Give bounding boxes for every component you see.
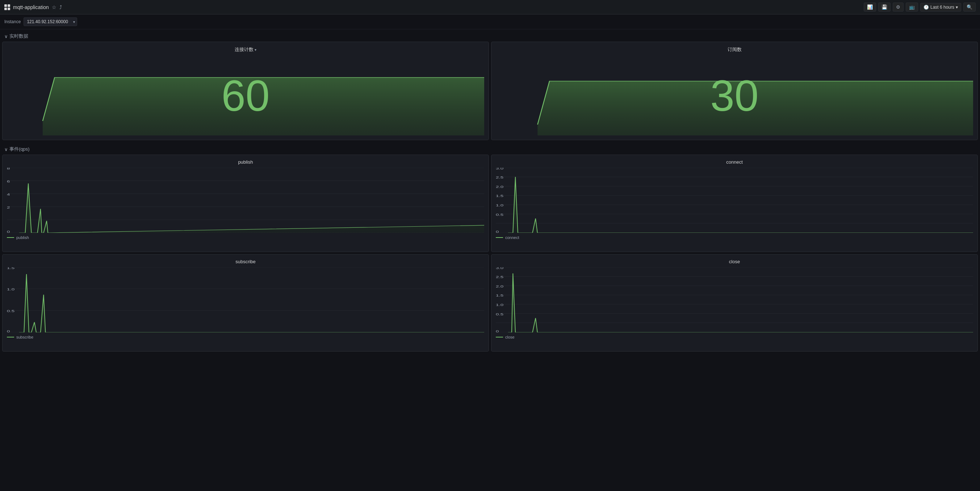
connect-panel: connect 3.0 2.5 2.0	[491, 155, 978, 252]
settings-button[interactable]: ⚙	[893, 3, 904, 11]
publish-legend-label: publish	[16, 235, 29, 240]
subscriptions-panel-title: 订阅数	[496, 46, 973, 53]
time-picker[interactable]: 🕐 Last 6 hours ▾	[920, 3, 961, 11]
svg-text:21:30: 21:30	[899, 232, 911, 233]
svg-text:19:00: 19:00	[211, 332, 223, 332]
svg-text:17:00: 17:00	[540, 332, 553, 332]
events-section-header[interactable]: ∨ 事件(qps)	[0, 142, 980, 155]
svg-text:6: 6	[7, 180, 10, 183]
connect-legend-label: connect	[505, 235, 519, 240]
svg-text:1.0: 1.0	[7, 288, 14, 291]
close-legend: close	[496, 335, 973, 339]
svg-text:17:30: 17:30	[580, 332, 592, 332]
instance-label: Instance	[4, 19, 21, 24]
svg-text:17:30: 17:30	[580, 232, 592, 233]
close-chart-svg: 3.0 2.5 2.0 1.5 1.0 0.5 0 16:30 17:00 17…	[496, 267, 973, 332]
subscriptions-value: 30	[710, 74, 758, 117]
svg-text:0: 0	[496, 329, 499, 332]
svg-text:20:00: 20:00	[779, 332, 791, 332]
subscribe-panel: subscribe 1.5 1.0 0.5 0	[2, 254, 489, 351]
realtime-section-title: 实时数据	[10, 33, 28, 40]
svg-text:18:30: 18:30	[171, 332, 183, 332]
publish-title: publish	[7, 159, 484, 165]
svg-text:19:00: 19:00	[211, 232, 223, 233]
time-picker-label: Last 6 hours	[931, 5, 954, 10]
svg-text:18:00: 18:00	[620, 332, 632, 332]
svg-text:3.0: 3.0	[496, 168, 503, 170]
close-legend-label: close	[505, 335, 515, 339]
subscribe-chart-svg: 1.5 1.0 0.5 0 16:30 17:00 17:30 18:00 18…	[7, 267, 484, 332]
close-legend-line	[496, 337, 503, 337]
collapse-icon: ∨	[4, 34, 8, 39]
svg-text:21:30: 21:30	[899, 332, 911, 332]
svg-text:18:00: 18:00	[131, 232, 143, 233]
topbar-right: 📊 💾 ⚙ 📺 🕐 Last 6 hours ▾ 🔍	[864, 3, 976, 11]
zoom-icon: 🔍	[967, 4, 972, 10]
instance-select[interactable]: 121.40.92.152:60000	[24, 17, 77, 26]
zoom-button[interactable]: 🔍	[963, 3, 976, 11]
svg-text:16:30: 16:30	[18, 332, 30, 332]
publish-chart-svg: 8 6 4 2 0 16:30 17:00 17:30 18:00 18:30 …	[7, 168, 484, 233]
svg-text:0.5: 0.5	[7, 309, 14, 313]
svg-text:21:00: 21:00	[859, 332, 871, 332]
connect-legend-line	[496, 237, 503, 238]
star-icon[interactable]: ☆	[52, 4, 57, 10]
events-panels-row2: subscribe 1.5 1.0 0.5 0	[0, 254, 980, 354]
grid-icon	[4, 4, 10, 10]
tv-icon: 📺	[909, 4, 915, 10]
svg-marker-13	[19, 184, 484, 233]
filterbar: Instance 121.40.92.152:60000	[0, 14, 980, 29]
publish-legend: publish	[7, 235, 484, 240]
close-panel: close 3.0 2.5 2.0	[491, 254, 978, 351]
svg-text:8: 8	[7, 168, 10, 170]
topbar-left: mqtt-application ☆ ⤴	[4, 4, 860, 10]
save-button[interactable]: 💾	[878, 3, 891, 11]
save-icon: 💾	[881, 4, 887, 10]
svg-text:0.5: 0.5	[496, 313, 503, 316]
svg-text:2.5: 2.5	[496, 276, 503, 279]
svg-text:1.5: 1.5	[7, 267, 14, 270]
svg-text:2.5: 2.5	[496, 176, 503, 180]
svg-text:1.0: 1.0	[496, 303, 503, 307]
share-icon[interactable]: ⤴	[59, 4, 62, 10]
instance-select-wrap[interactable]: 121.40.92.152:60000	[24, 17, 77, 26]
svg-text:17:00: 17:00	[51, 232, 64, 233]
svg-text:18:30: 18:30	[171, 232, 183, 233]
realtime-section-header[interactable]: ∨ 实时数据	[0, 29, 980, 41]
svg-text:0: 0	[7, 329, 10, 332]
svg-text:20:30: 20:30	[330, 232, 342, 233]
svg-text:20:30: 20:30	[819, 232, 831, 233]
svg-marker-62	[19, 274, 484, 332]
svg-text:16:30: 16:30	[507, 232, 519, 233]
svg-text:18:30: 18:30	[660, 232, 672, 233]
events-collapse-icon: ∨	[4, 147, 8, 152]
publish-panel: publish 8 6 4 2	[2, 155, 489, 252]
close-chart-panel: 3.0 2.5 2.0 1.5 1.0 0.5 0 16:30 17:00 17…	[496, 267, 973, 347]
publish-legend-line	[7, 237, 14, 238]
chart-icon: 📊	[867, 4, 873, 10]
svg-text:20:00: 20:00	[290, 332, 302, 332]
svg-text:1.5: 1.5	[496, 294, 503, 298]
events-panels-row1: publish 8 6 4 2	[0, 155, 980, 254]
svg-text:19:30: 19:30	[740, 232, 752, 233]
svg-text:17:00: 17:00	[540, 232, 553, 233]
svg-marker-41	[508, 177, 973, 233]
subscriptions-panel: 订阅数 30	[491, 41, 978, 140]
svg-text:21:00: 21:00	[859, 232, 871, 233]
svg-text:18:30: 18:30	[660, 332, 672, 332]
svg-text:22:00: 22:00	[939, 232, 951, 233]
svg-text:20:30: 20:30	[330, 332, 342, 332]
topbar: mqtt-application ☆ ⤴ 📊 💾 ⚙ 📺 🕐 Last 6 ho…	[0, 0, 980, 14]
connect-legend: connect	[496, 235, 973, 240]
svg-marker-90	[508, 273, 973, 332]
svg-text:20:00: 20:00	[779, 232, 791, 233]
tv-button[interactable]: 📺	[906, 3, 918, 11]
connections-value: 60	[221, 74, 269, 117]
app-title: mqtt-application	[13, 4, 49, 10]
chart-button[interactable]: 📊	[864, 3, 876, 11]
subscribe-chart-panel: 1.5 1.0 0.5 0 16:30 17:00 17:30 18:00 18…	[7, 267, 484, 347]
svg-text:2.0: 2.0	[496, 284, 503, 288]
svg-text:17:00: 17:00	[51, 332, 64, 332]
connections-title-arrow: ▾	[255, 48, 256, 52]
svg-text:0: 0	[496, 230, 499, 233]
